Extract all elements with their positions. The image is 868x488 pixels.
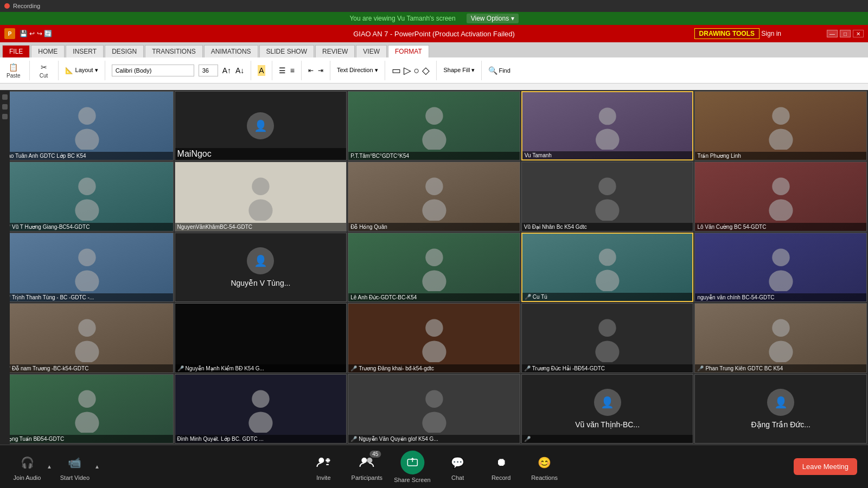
tab-file[interactable]: FILE xyxy=(2,45,30,57)
font-color-btn[interactable]: A xyxy=(258,65,265,76)
font-size-input[interactable] xyxy=(199,65,218,76)
align-left-btn[interactable]: ⇤ xyxy=(308,67,314,74)
align-right-btn[interactable]: ⇥ xyxy=(318,67,323,74)
leave-meeting-button[interactable]: Leave Meeting xyxy=(794,458,857,475)
video-tile-21[interactable]: Trọng Tuấn BĐ54-GDTC xyxy=(1,374,174,444)
ribbon-sep-3 xyxy=(105,61,105,80)
tab-view[interactable]: VIEW xyxy=(356,45,387,57)
record-label: Record xyxy=(492,474,510,481)
bullets-btn[interactable]: ☰ xyxy=(279,66,286,75)
svg-point-10 xyxy=(252,178,269,195)
screen-share-bar: You are viewing Vu Tamanh's screen View … xyxy=(0,12,868,25)
ribbon-sep-7 xyxy=(330,61,330,80)
start-video-button[interactable]: 📹 Start Video xyxy=(59,453,91,481)
video-tile-2[interactable]: 👤 MaiNgoc xyxy=(175,91,347,160)
recording-dot xyxy=(4,3,10,9)
name-label-15: nguyễn văn chính BC-54-GDTC xyxy=(695,293,866,301)
video-tile-20[interactable]: 🎤 Phan Trung Kiên GDTC BC K54 xyxy=(694,303,867,373)
video-tile-17[interactable]: 🎤 Nguyễn Mạnh Kiểm BĐ K54 G... xyxy=(175,303,347,373)
name-label-20: 🎤 Phan Trung Kiên GDTC BC K54 xyxy=(695,364,866,373)
video-tile-4[interactable]: Vu Tamanh xyxy=(521,91,694,160)
video-tile-10[interactable]: Lô Văn Cường BC 54-GDTC xyxy=(694,162,867,231)
video-tile-23[interactable]: 🎤 Nguyễn Văn Quyền glof K54 G... xyxy=(348,374,520,444)
left-sidebar xyxy=(0,90,10,445)
video-tile-24[interactable]: 👤 Vũ văn Thịnh-BC... 🎤 xyxy=(521,374,694,444)
tab-format[interactable]: FORMAT xyxy=(388,45,429,57)
invite-label: Invite xyxy=(316,474,330,481)
ribbon-shape-fill[interactable]: Shape Fill ▾ xyxy=(443,67,475,74)
minimize-button[interactable]: — xyxy=(827,30,838,37)
tab-animations[interactable]: ANIMATIONS xyxy=(204,45,258,57)
participants-button[interactable]: 45 Participants xyxy=(350,453,383,481)
tab-insert[interactable]: INSERT xyxy=(66,45,104,57)
svg-point-42 xyxy=(361,458,367,463)
font-shrink-btn[interactable]: A↓ xyxy=(235,66,244,75)
video-tile-15[interactable]: nguyễn văn chính BC-54-GDTC xyxy=(694,233,867,302)
tab-review[interactable]: REVIEW xyxy=(315,45,355,57)
video-tile-18[interactable]: 🎤 Trương Đăng khai- bđ-k54-gdtc xyxy=(348,303,520,373)
svg-point-37 xyxy=(248,412,272,433)
maximize-button[interactable]: □ xyxy=(840,30,851,37)
video-tile-19[interactable]: 🎤 Trương Đức Hải -BĐ54-GDTC xyxy=(521,303,694,373)
tab-design[interactable]: DESIGN xyxy=(105,45,144,57)
video-tile-5[interactable]: Trần Phương Linh xyxy=(694,91,867,160)
chat-label: Chat xyxy=(451,474,464,481)
video-grid: Cao Tuân Anh GDTC Lớp BC K54 👤 MaiNgoc P… xyxy=(0,90,868,445)
join-audio-chevron[interactable]: ▲ xyxy=(47,464,52,470)
video-tile-25[interactable]: 👤 Đặng Trần Đức... xyxy=(694,374,867,444)
video-tile-16[interactable]: 🎤 Đỗ nam Trương -BC-k54-GDTC xyxy=(1,303,174,373)
video-tile-14[interactable]: 🎤 Cu Tú xyxy=(521,233,694,302)
start-video-chevron[interactable]: ▲ xyxy=(94,464,100,470)
ribbon-sep-6 xyxy=(301,61,302,80)
tab-home[interactable]: HOME xyxy=(31,45,65,57)
sign-in-label[interactable]: Sign in xyxy=(761,30,781,37)
name-label-5: Trần Phương Linh xyxy=(695,152,866,160)
toolbar-right: Leave Meeting xyxy=(794,458,857,475)
video-tile-8[interactable]: Đỗ Hồng Quân xyxy=(348,162,520,231)
shapes-btn[interactable]: ▭ ▷ ○ ◇ xyxy=(392,65,430,76)
video-tile-12[interactable]: 👤 Nguyễn V Tùng... xyxy=(175,233,347,302)
tab-transitions[interactable]: TRANSITIONS xyxy=(145,45,203,57)
name-label-1: Cao Tuân Anh GDTC Lớp BC K54 xyxy=(2,152,173,160)
chat-button[interactable]: 💬 Chat xyxy=(442,453,474,481)
svg-point-40 xyxy=(318,458,324,463)
name-label-14: 🎤 Cu Tú xyxy=(522,293,693,301)
participant-count-badge: 45 xyxy=(369,451,381,458)
ribbon-layout[interactable]: 📐 Layout ▾ xyxy=(65,67,98,74)
join-audio-label: Join Audio xyxy=(14,474,41,481)
svg-point-22 xyxy=(599,249,616,266)
svg-point-43 xyxy=(367,458,372,463)
video-tile-6[interactable]: 🎤 Vũ T Hương Giang-BC54-GDTC xyxy=(1,162,174,231)
video-tile-22[interactable]: Đinh Minh Quyết. Lớp BC. GDTC ... xyxy=(175,374,347,444)
svg-point-28 xyxy=(425,319,443,337)
ribbon-text-direction[interactable]: Text Direction ▾ xyxy=(337,67,378,74)
numbering-btn[interactable]: ≡ xyxy=(290,66,295,75)
video-tile-11[interactable]: 🎤 Trịnh Thanh Tùng - BC -GDTC -... xyxy=(1,233,174,302)
participants-label: Participants xyxy=(352,474,382,481)
video-tile-1[interactable]: Cao Tuân Anh GDTC Lớp BC K54 xyxy=(1,91,174,160)
ribbon-find[interactable]: 🔍 Find xyxy=(488,66,510,75)
svg-point-23 xyxy=(596,270,620,291)
video-tile-3[interactable]: P.T.Tâm°BC°GDTC°K54 xyxy=(348,91,520,160)
share-screen-button[interactable]: Share Screen xyxy=(394,451,430,483)
svg-point-32 xyxy=(772,319,789,337)
video-tile-9[interactable]: Vũ Đại Nhân Bc K54 Gdtc xyxy=(521,162,694,231)
record-button[interactable]: ⏺ Record xyxy=(485,453,518,481)
font-name-input[interactable] xyxy=(112,65,194,76)
svg-point-33 xyxy=(769,341,793,362)
name-label-17: 🎤 Nguyễn Mạnh Kiểm BĐ K54 G... xyxy=(175,364,347,373)
svg-point-34 xyxy=(79,390,96,407)
tab-slideshow[interactable]: SLIDE SHOW xyxy=(259,45,314,57)
view-options-button[interactable]: View Options ▾ xyxy=(467,14,519,23)
font-grow-btn[interactable]: A↑ xyxy=(222,66,231,75)
ppt-tabs: FILE HOME INSERT DESIGN TRANSITIONS ANIM… xyxy=(0,42,868,57)
ribbon-cut[interactable]: ✂ Cut xyxy=(36,61,52,80)
reactions-button[interactable]: 😊 Reactions xyxy=(528,453,561,481)
join-audio-button[interactable]: 🎧 Join Audio xyxy=(11,453,43,481)
name-label-23: 🎤 Nguyễn Văn Quyền glof K54 G... xyxy=(348,435,520,443)
video-tile-13[interactable]: Lê Anh Đức-GDTC-BC-K54 xyxy=(348,233,520,302)
ribbon-paste[interactable]: 📋 Paste xyxy=(4,61,23,80)
close-button[interactable]: ✕ xyxy=(853,30,864,37)
invite-button[interactable]: Invite xyxy=(307,453,340,481)
video-tile-7[interactable]: NguyenVănKhâmBC-54-GDTC xyxy=(175,162,347,231)
